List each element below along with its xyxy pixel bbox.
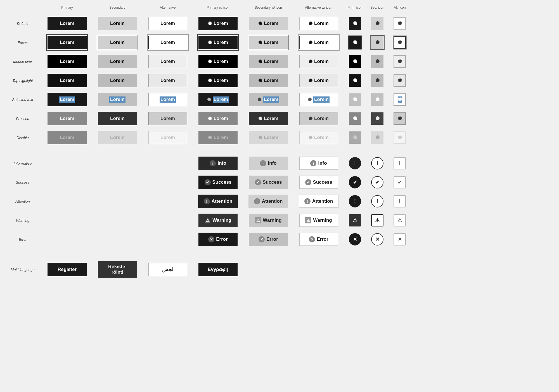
btn-secondary-icon-pressed[interactable]: ✺ Lorem <box>249 112 288 125</box>
btn-primary-focus[interactable]: Lorem <box>48 36 87 49</box>
selected-text-span: Lorem <box>160 96 176 103</box>
btn-alt-icon-pressed[interactable]: ✺ Lorem <box>299 112 338 125</box>
btn-success-alt[interactable]: ✔ Success <box>299 176 338 189</box>
cell-secondary-icon-focus: ✺ Lorem <box>243 33 293 52</box>
check-icon: ✔ <box>205 179 211 185</box>
btn-success-ico-primary[interactable]: ✔ <box>349 176 361 188</box>
btn-multilang-greek[interactable]: Εγγραφή <box>198 263 238 276</box>
btn-secondary-icon-focus[interactable]: ✺ Lorem <box>249 36 288 49</box>
btn-secondary-default[interactable]: Lorem <box>98 17 137 30</box>
btn-attention-ico-primary[interactable]: ! <box>349 195 361 207</box>
btn-error-primary[interactable]: ✕ Error <box>198 233 238 246</box>
btn-attention-ico-secondary[interactable]: ! <box>371 195 383 207</box>
btn-success-primary[interactable]: ✔ Success <box>198 176 238 189</box>
btn-alt-ico-focus[interactable]: ✺ <box>394 36 406 49</box>
btn-alt-icon-default[interactable]: ✺ Lorem <box>299 17 338 30</box>
btn-alt-ico-mouseover[interactable]: ✺ <box>394 55 406 68</box>
btn-info-secondary[interactable]: i Info <box>249 157 288 170</box>
btn-sec-ico-default[interactable]: ✺ <box>371 17 383 30</box>
btn-alt-icon-tap[interactable]: ✺ Lorem <box>299 74 338 87</box>
btn-primary-default[interactable]: Lorem <box>48 17 87 30</box>
btn-secondary-tap[interactable]: Lorem <box>98 74 137 87</box>
btn-secondary-focus[interactable]: Lorem <box>98 36 137 49</box>
btn-success-secondary[interactable]: ✔ Success <box>249 176 288 189</box>
btn-primary-icon-focus[interactable]: ✺ Lorem <box>198 36 238 49</box>
btn-error-ico-alt[interactable]: ✕ <box>394 233 406 245</box>
btn-error-secondary[interactable]: ✕ Error <box>249 233 288 246</box>
btn-prim-ico-default[interactable]: ✺ <box>349 17 361 30</box>
cell-attention-alt: ! Attention <box>293 192 344 211</box>
btn-alt-focus[interactable]: Lorem <box>148 36 187 49</box>
btn-primary-selected[interactable]: Lorem <box>48 93 87 106</box>
btn-sec-ico-selected[interactable]: ✺ <box>371 93 383 106</box>
btn-sec-ico-pressed[interactable]: ✺ <box>371 112 383 125</box>
btn-multilang-rekiste[interactable]: Rekiste-röinti <box>98 261 137 278</box>
btn-secondary-icon-selected[interactable]: ✺ Lorem <box>249 93 288 106</box>
row-label-selected: Selected text <box>6 95 42 105</box>
btn-sec-ico-focus[interactable]: ✺ <box>371 36 383 49</box>
btn-prim-ico-pressed[interactable]: ✺ <box>349 112 361 125</box>
btn-alt-ico-default[interactable]: ✺ <box>394 17 406 30</box>
btn-secondary-pressed[interactable]: Lorem <box>98 112 137 125</box>
btn-secondary-mouseover[interactable]: Lorem <box>98 55 137 68</box>
btn-multilang-register[interactable]: Register <box>48 263 87 276</box>
btn-info-ico-secondary[interactable]: i <box>371 157 383 169</box>
btn-alt-ico-tap[interactable]: ✺ <box>394 74 406 87</box>
btn-attention-secondary[interactable]: ! Attention <box>248 195 288 208</box>
btn-warning-primary[interactable]: ⚠ Warning <box>198 214 238 227</box>
btn-alt-pressed[interactable]: Lorem <box>148 112 187 125</box>
btn-warning-ico-alt[interactable]: ⚠ <box>394 214 406 226</box>
btn-primary-icon-pressed[interactable]: ✺ Lorem <box>198 112 238 125</box>
sun-icon: ✺ <box>208 40 212 46</box>
btn-alt-tap[interactable]: Lorem <box>148 74 187 87</box>
btn-primary-icon-tap[interactable]: ✺ Lorem <box>198 74 238 87</box>
btn-warning-alt[interactable]: ⚠ Warning <box>299 214 338 227</box>
cell-success-ico-alt: ✔ <box>389 173 411 191</box>
btn-attention-primary[interactable]: ! Attention <box>198 195 238 208</box>
btn-prim-ico-focus[interactable]: ✺ <box>349 36 361 49</box>
btn-secondary-icon-tap[interactable]: ✺ Lorem <box>249 74 288 87</box>
cell-secondary-icon-mouseover: ✺ Lorem <box>243 52 293 71</box>
btn-prim-ico-tap[interactable]: ✺ <box>349 74 361 87</box>
btn-sec-ico-tap[interactable]: ✺ <box>371 74 383 87</box>
btn-error-ico-secondary[interactable]: ✕ <box>371 233 383 245</box>
btn-secondary-selected[interactable]: Lorem <box>98 93 137 106</box>
btn-secondary-icon-default[interactable]: ✺ Lorem <box>249 17 288 30</box>
btn-info-primary[interactable]: i Info <box>198 157 238 170</box>
btn-attention-ico-alt[interactable]: ! <box>394 195 406 207</box>
btn-warning-ico-primary[interactable]: ⚠ <box>349 214 361 226</box>
warning-icon: ⚠ <box>255 217 261 223</box>
btn-primary-icon-selected[interactable]: ✺ Lorem <box>198 93 238 106</box>
sun-icon: ✺ <box>207 97 211 103</box>
sun-icon: ✺ <box>309 21 312 27</box>
btn-warning-secondary[interactable]: ⚠ Warning <box>249 214 288 227</box>
btn-success-ico-alt[interactable]: ✔ <box>394 176 406 188</box>
btn-success-ico-secondary[interactable]: ✔ <box>371 176 383 188</box>
btn-alt-default[interactable]: Lorem <box>148 17 187 30</box>
btn-primary-tap[interactable]: Lorem <box>48 74 87 87</box>
btn-secondary-icon-mouseover[interactable]: ✺ Lorem <box>249 55 288 68</box>
btn-prim-ico-selected[interactable]: ✺ <box>349 93 361 106</box>
btn-primary-pressed[interactable]: Lorem <box>48 112 87 125</box>
btn-alt-ico-selected[interactable]: ✺ <box>394 93 406 106</box>
btn-multilang-arabic[interactable]: لجس <box>148 263 187 276</box>
btn-attention-alt[interactable]: ! Attention <box>299 195 339 208</box>
btn-alt-icon-mouseover[interactable]: ✺ Lorem <box>299 55 338 68</box>
btn-info-ico-primary[interactable]: i <box>349 157 361 169</box>
btn-alt-ico-pressed[interactable]: ✺ <box>394 112 406 125</box>
btn-info-alt[interactable]: i Info <box>299 157 338 170</box>
cell-primary-selected: Lorem <box>42 90 92 109</box>
btn-error-alt[interactable]: ✕ Error <box>299 233 338 246</box>
btn-prim-ico-mouseover[interactable]: ✺ <box>349 55 361 68</box>
btn-alt-icon-selected[interactable]: ✺ Lorem <box>299 93 338 106</box>
btn-alt-selected[interactable]: Lorem <box>148 93 187 106</box>
btn-warning-ico-secondary[interactable]: ⚠ <box>371 214 383 226</box>
btn-info-ico-alt[interactable]: i <box>394 157 406 169</box>
btn-primary-icon-mouseover[interactable]: ✺ Lorem <box>198 55 238 68</box>
btn-primary-mouseover[interactable]: Lorem <box>48 55 87 68</box>
btn-alt-mouseover[interactable]: Lorem <box>148 55 187 68</box>
btn-sec-ico-mouseover[interactable]: ✺ <box>371 55 383 68</box>
btn-error-ico-primary[interactable]: ✕ <box>349 233 361 245</box>
btn-primary-icon-default[interactable]: ✺ Lorem <box>198 17 238 30</box>
btn-alt-icon-focus[interactable]: ✺ Lorem <box>299 36 338 49</box>
